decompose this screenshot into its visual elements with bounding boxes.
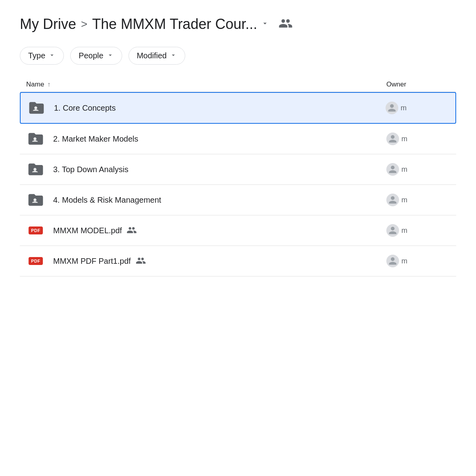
pdf-file-icon: PDF	[26, 251, 45, 271]
file-name: 2. Market Maker Models	[53, 134, 386, 144]
owner-avatar	[386, 163, 399, 176]
breadcrumb: My Drive > The MMXM Trader Cour...	[20, 16, 456, 33]
table-row[interactable]: 1. Core Conceptsm	[20, 92, 456, 124]
shared-users-icon	[136, 256, 146, 266]
shared-folder-icon	[26, 190, 45, 209]
shared-folder-icon	[26, 129, 45, 148]
table-header: Name ↑ Owner	[20, 77, 456, 92]
shared-folder-icon	[26, 160, 45, 179]
table-row[interactable]: PDFMMXM PDF Part1.pdf m	[20, 246, 456, 276]
sort-ascending-icon: ↑	[47, 81, 50, 88]
filter-bar: Type People Modified	[20, 47, 456, 65]
owner-avatar	[386, 194, 399, 206]
owner-avatar	[386, 132, 399, 145]
file-name: 1. Core Concepts	[54, 104, 386, 113]
modified-filter-label: Modified	[137, 51, 167, 60]
table-row[interactable]: PDFMMXM MODEL.pdf m	[20, 215, 456, 246]
type-filter-label: Type	[28, 51, 45, 60]
owner-cell: m	[386, 224, 450, 237]
owner-name: m	[401, 257, 407, 265]
file-list: 1. Core Conceptsm 2. Market Maker Models…	[20, 92, 456, 276]
file-name: MMXM PDF Part1.pdf	[53, 256, 386, 266]
shared-people-icon[interactable]	[278, 16, 293, 32]
owner-avatar	[386, 102, 398, 114]
main-container: My Drive > The MMXM Trader Cour... Type …	[0, 0, 476, 476]
folder-dropdown-icon[interactable]	[261, 19, 269, 29]
file-name: 4. Models & Risk Management	[53, 196, 386, 205]
people-filter-button[interactable]: People	[70, 47, 122, 65]
breadcrumb-separator: >	[81, 18, 87, 31]
table-row[interactable]: 2. Market Maker Modelsm	[20, 124, 456, 154]
owner-cell: m	[386, 163, 450, 176]
table-row[interactable]: 3. Top Down Analysism	[20, 154, 456, 185]
shared-folder-icon	[27, 98, 46, 117]
people-filter-label: People	[79, 51, 103, 60]
owner-cell: m	[386, 102, 449, 114]
name-column-header[interactable]: Name ↑	[26, 81, 386, 88]
current-folder-name[interactable]: The MMXM Trader Cour...	[92, 16, 257, 33]
file-name: MMXM MODEL.pdf	[53, 226, 386, 236]
owner-avatar	[386, 255, 399, 267]
people-chevron-icon	[107, 52, 114, 60]
table-row[interactable]: 4. Models & Risk Managementm	[20, 185, 456, 215]
file-name: 3. Top Down Analysis	[53, 165, 386, 174]
type-chevron-icon	[48, 52, 56, 60]
owner-name: m	[401, 104, 407, 112]
modified-filter-button[interactable]: Modified	[129, 47, 186, 65]
owner-name: m	[401, 196, 407, 204]
type-filter-button[interactable]: Type	[20, 47, 64, 65]
owner-cell: m	[386, 132, 450, 145]
owner-cell: m	[386, 194, 450, 206]
pdf-file-icon: PDF	[26, 221, 45, 240]
owner-name: m	[401, 165, 407, 174]
owner-name: m	[401, 135, 407, 143]
modified-chevron-icon	[170, 52, 177, 60]
my-drive-link[interactable]: My Drive	[20, 16, 76, 33]
shared-users-icon	[127, 226, 137, 236]
owner-cell: m	[386, 255, 450, 267]
owner-name: m	[401, 226, 407, 235]
owner-column-header: Owner	[386, 81, 450, 88]
name-column-label: Name	[26, 81, 44, 88]
owner-avatar	[386, 224, 399, 237]
